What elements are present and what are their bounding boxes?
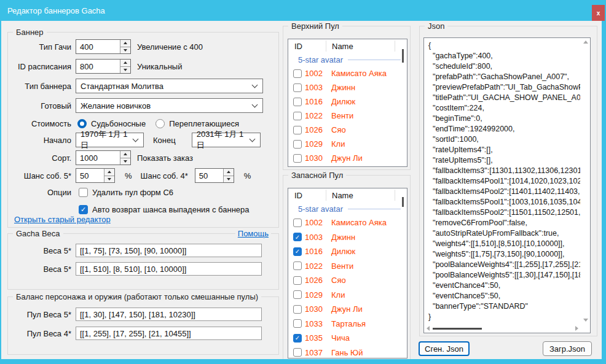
scrollbar-thumb[interactable] — [433, 328, 482, 330]
row-checkbox[interactable] — [293, 319, 302, 328]
chance5-spinner[interactable]: 50 — [76, 168, 115, 183]
pool-weights5-input[interactable]: [[1, 30], [147, 150], [181, 10230]] — [76, 308, 262, 321]
gacha-weights-group: Gacha Веса Помощь Веса 5* [[1, 75], [73,… — [7, 233, 279, 290]
row-checkbox[interactable]: ✓ — [293, 247, 302, 256]
cost-option2-label: Переплетающиеся — [169, 119, 239, 128]
gacha-type-value[interactable]: 400 — [76, 40, 120, 53]
banner-type-select[interactable]: Стандартная Молитва — [76, 79, 263, 93]
chance4-spinner[interactable]: 50 — [195, 168, 234, 183]
json-textarea[interactable]: { "gachaType":400, "scheduleId":800, "pr… — [423, 37, 591, 333]
section-line — [348, 209, 401, 209]
name-column-header: Name — [326, 42, 353, 51]
end-date-picker[interactable]: 2031年 1月 1日 — [192, 133, 261, 147]
sort-spinner[interactable]: 1000 — [76, 150, 131, 165]
schedule-id-spinner[interactable]: 800 — [76, 59, 131, 74]
reserve-pool-rows: 1002Камисато Аяка✓1003Джинн✓1016Дилюк102… — [288, 215, 407, 358]
gacha-type-spinner[interactable]: 400 — [76, 39, 131, 54]
arrow-down-icon — [124, 49, 127, 52]
preset-select[interactable]: Желание новичков — [76, 98, 263, 113]
cost-radio-acquaint[interactable] — [77, 119, 87, 128]
scrollbar-thumb[interactable] — [402, 49, 404, 63]
generate-json-button[interactable]: Сген. Json — [419, 341, 470, 356]
list-item: 1016Дилюк — [288, 95, 407, 109]
row-checkbox[interactable] — [293, 348, 302, 357]
weights5-input-1[interactable]: [[1, 75], [73, 150], [90, 10000]] — [76, 244, 262, 257]
spin-down-button[interactable] — [120, 158, 130, 165]
list-item: 1026Сяо — [288, 123, 407, 137]
row-name: Венти — [331, 261, 353, 271]
chance5-label: Шанс соб. 5* — [8, 171, 71, 180]
scroll-left-icon[interactable] — [427, 326, 430, 331]
spinner-buttons — [104, 169, 114, 182]
load-json-button[interactable]: Загр.Json — [543, 341, 592, 356]
section-line — [348, 60, 401, 60]
schedule-id-value[interactable]: 800 — [76, 60, 120, 73]
row-id: 1003 — [305, 233, 329, 242]
list-header: ID Name — [288, 39, 407, 53]
list-item: 1003Джинн — [288, 80, 407, 95]
weights5-value-1: [[1, 75], [73, 150], [90, 10000]] — [80, 246, 186, 255]
spinner-buttons — [120, 151, 130, 165]
row-checkbox[interactable] — [293, 276, 302, 285]
list-item: 1037Гань Юй — [288, 346, 407, 359]
arrow-up-icon — [124, 153, 127, 155]
pool-weights5-label: Пул Веса 5* — [8, 310, 71, 319]
weights5-input-2[interactable]: [[1, 510], [8, 510], [10, 10000]] — [76, 262, 262, 276]
row-checkbox[interactable]: ✓ — [293, 233, 302, 241]
horizontal-scrollbar[interactable] — [424, 324, 581, 333]
spin-up-button[interactable] — [120, 60, 130, 67]
preset-label: Готовый — [8, 101, 71, 110]
sort-value[interactable]: 1000 — [76, 151, 120, 165]
scroll-right-icon[interactable] — [575, 326, 578, 331]
chance5-value[interactable]: 50 — [76, 169, 104, 182]
reserve-pool-group: Запасной Пул ID Name 5-star avatar 1002К… — [283, 175, 411, 359]
row-checkbox[interactable] — [293, 290, 302, 299]
spin-down-button[interactable] — [104, 176, 114, 183]
row-checkbox[interactable] — [293, 219, 302, 227]
begin-date-picker[interactable]: 1970年 1月 1日 — [76, 133, 144, 147]
row-checkbox[interactable] — [293, 305, 302, 314]
pool-weights4-input[interactable]: [[1, 255], [17, 255], [21, 10455]] — [76, 327, 262, 340]
scroll-down-icon[interactable] — [583, 319, 588, 322]
auto-return-checkbox[interactable]: ✓ — [79, 205, 88, 214]
row-checkbox[interactable] — [293, 154, 302, 163]
spin-down-button[interactable] — [120, 47, 130, 54]
spin-down-button[interactable] — [224, 176, 234, 183]
remove-c6-checkbox[interactable] — [79, 188, 88, 197]
row-name: Кли — [331, 290, 345, 300]
row-checkbox[interactable] — [293, 69, 302, 78]
chance4-value[interactable]: 50 — [195, 169, 223, 182]
main-content: Баннер Тип Гачи 400 Увеличение с 400 ID … — [1, 21, 602, 359]
scrollbar-thumb[interactable] — [402, 197, 404, 207]
row-checkbox[interactable] — [293, 98, 302, 106]
cost-radio-intertwined[interactable] — [155, 119, 165, 128]
row-checkbox[interactable] — [293, 126, 302, 134]
upper-pool-group-label: Верхний Пул — [288, 21, 342, 31]
sort-hint: Показать заказ — [137, 153, 193, 163]
row-checkbox[interactable] — [293, 140, 302, 149]
spin-up-button[interactable] — [224, 169, 234, 176]
spin-up-button[interactable] — [104, 169, 114, 176]
vertical-scrollbar[interactable] — [581, 38, 590, 324]
spin-down-button[interactable] — [120, 67, 130, 74]
close-button[interactable]: x — [592, 5, 605, 21]
row-checkbox[interactable] — [293, 83, 302, 92]
row-checkbox[interactable] — [293, 112, 302, 120]
json-line: "gachaType":400, — [428, 51, 580, 61]
row-checkbox[interactable] — [293, 261, 302, 270]
begin-date-label: Начало — [8, 136, 71, 145]
json-line: "beginTime":0, — [428, 114, 580, 124]
json-line: "eventChance4":50, — [428, 281, 580, 291]
options-row: Опции Удалить пул форм С6 — [8, 185, 278, 199]
spin-up-button[interactable] — [120, 40, 130, 47]
list-item: 1002Камисато Аяка — [288, 215, 407, 230]
row-name: Чича — [331, 333, 350, 343]
cost-option1-label: Судьбоносные — [91, 119, 146, 128]
spin-up-button[interactable] — [120, 151, 130, 158]
scroll-up-icon[interactable] — [583, 41, 588, 44]
json-group-label: Json — [425, 21, 447, 31]
help-link[interactable]: Помощь — [235, 229, 271, 238]
row-checkbox[interactable]: ✓ — [293, 334, 302, 343]
open-old-editor-link[interactable]: Открыть старый редактор — [14, 215, 111, 224]
list-item: 1030Джун Ли — [288, 302, 407, 317]
